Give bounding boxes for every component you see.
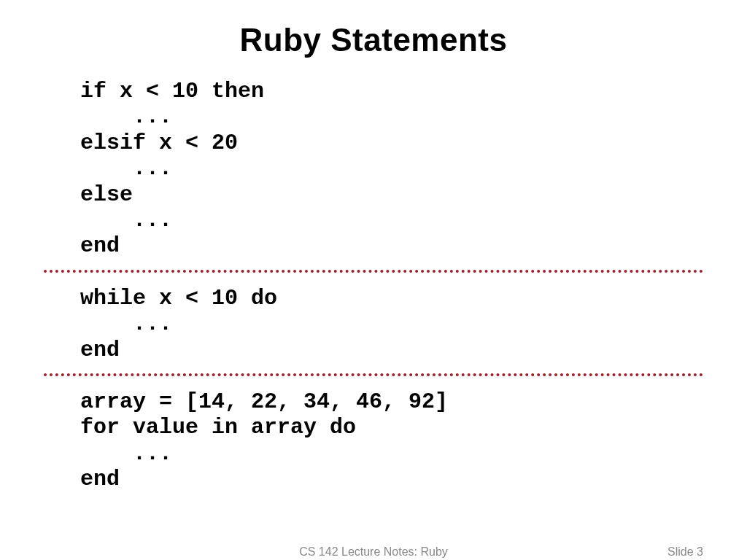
slide: Ruby Statements if x < 10 then ... elsif… <box>0 0 747 560</box>
slide-title: Ruby Statements <box>44 22 703 58</box>
divider-1 <box>44 270 703 273</box>
footer-slide-number: Slide 3 <box>667 545 703 559</box>
divider-2 <box>44 373 703 376</box>
code-block-if: if x < 10 then ... elsif x < 20 ... else… <box>44 79 703 260</box>
footer-course-label: CS 142 Lecture Notes: Ruby <box>299 545 448 559</box>
code-block-while: while x < 10 do ... end <box>44 286 703 363</box>
code-block-for: array = [14, 22, 34, 46, 92] for value i… <box>44 389 703 493</box>
